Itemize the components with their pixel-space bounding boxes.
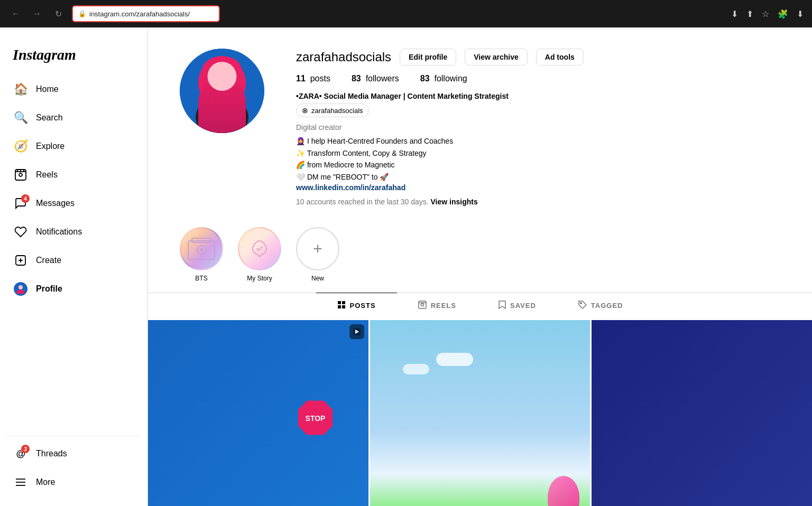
highlights-section: BTS My Story + N [148, 217, 812, 293]
profile-username: zarafahadsocials [296, 50, 391, 64]
followers-count: 83 [352, 74, 361, 83]
sidebar: Instagram 🏠 Home 🔍 Search 🧭 Explore [0, 27, 148, 506]
app-container: Instagram 🏠 Home 🔍 Search 🧭 Explore [0, 27, 812, 506]
lock-icon: 🔒 [78, 10, 86, 17]
sidebar-item-profile[interactable]: Profile [6, 276, 141, 302]
tab-tagged[interactable]: TAGGED [557, 293, 644, 318]
sidebar-item-reels[interactable]: Reels [6, 162, 141, 188]
reels-tab-icon [418, 301, 427, 311]
address-bar[interactable]: 🔒 instagram.com/zarafahadsocials/ [72, 5, 220, 22]
highlight-bts-circle [180, 227, 223, 270]
threads-badge-icon: ⊗ [302, 106, 308, 115]
sidebar-label-reels: Reels [36, 170, 58, 180]
posts-tab-label: POSTS [350, 302, 376, 310]
post-cell-3[interactable]: My Client's [592, 320, 812, 506]
svg-rect-27 [342, 305, 345, 308]
sidebar-label-search: Search [36, 113, 63, 123]
download-icon[interactable]: ⬇ [731, 9, 738, 19]
back-button[interactable]: ← [8, 6, 23, 21]
post-1-reel-icon [349, 324, 364, 339]
tabs-section: POSTS REELS SAVED [148, 293, 812, 318]
following-label: following [434, 74, 467, 83]
svg-point-29 [421, 303, 423, 306]
view-insights-link[interactable]: View insights [431, 198, 478, 206]
followers-stat[interactable]: 83 followers [352, 74, 399, 83]
profile-image [180, 49, 264, 133]
sidebar-label-messages: Messages [36, 199, 75, 208]
refresh-button[interactable]: ↻ [51, 6, 66, 21]
highlight-new-label: New [311, 275, 324, 282]
ad-tools-button[interactable]: Ad tools [536, 49, 584, 65]
search-icon: 🔍 [14, 111, 27, 125]
extensions-icon[interactable]: 🧩 [778, 9, 788, 19]
highlight-new[interactable]: + New [296, 227, 339, 282]
highlight-mystory-circle [238, 227, 281, 270]
profile-picture-wrapper [180, 49, 264, 206]
svg-point-31 [580, 303, 582, 304]
profile-picture [180, 49, 264, 133]
sidebar-item-home[interactable]: 🏠 Home [6, 76, 141, 102]
svg-point-1 [19, 173, 22, 176]
sidebar-label-notifications: Notifications [36, 227, 82, 237]
threads-badge: 3 [21, 445, 30, 453]
sidebar-nav: 🏠 Home 🔍 Search 🧭 Explore [6, 76, 141, 432]
posts-grid: 5 Mistakes STOP [148, 318, 812, 506]
posts-tab-icon [337, 301, 346, 311]
svg-point-16 [207, 65, 237, 97]
bookmark-icon[interactable]: ☆ [762, 9, 769, 19]
tagged-tab-label: TAGGED [591, 302, 623, 310]
post-cell-1[interactable]: 5 Mistakes STOP [148, 320, 368, 506]
profile-top-row: zarafahadsocials Edit profile View archi… [296, 49, 624, 65]
sidebar-item-search[interactable]: 🔍 Search [6, 105, 141, 131]
svg-rect-28 [419, 301, 426, 308]
svg-point-17 [202, 56, 242, 86]
reels-icon [14, 168, 27, 182]
svg-point-19 [209, 96, 230, 128]
sidebar-label-profile: Profile [36, 284, 62, 294]
highlight-bts[interactable]: BTS [180, 227, 223, 282]
following-stat[interactable]: 83 following [420, 74, 467, 83]
svg-text:STOP: STOP [306, 414, 326, 423]
tab-saved[interactable]: SAVED [477, 293, 557, 318]
bio-line-1: 🧕 I help Heart-Centred Founders and Coac… [296, 135, 624, 147]
sidebar-item-more[interactable]: More [6, 469, 141, 495]
tab-reels[interactable]: REELS [397, 293, 477, 318]
highlight-mystory[interactable]: My Story [238, 227, 281, 282]
reels-tab-label: REELS [431, 302, 456, 310]
sidebar-item-threads[interactable]: @ 3 Threads [6, 441, 141, 467]
threads-icon: @ 3 [14, 447, 27, 461]
sidebar-item-notifications[interactable]: Notifications [6, 219, 141, 245]
bio-line-2: ✨ Transform Content, Copy & Strategy [296, 147, 624, 159]
highlight-new-circle: + [296, 227, 339, 270]
bio-badge[interactable]: ⊗ zarafahadsocials [296, 104, 369, 117]
svg-point-18 [196, 96, 248, 133]
bio-badge-label: zarafahadsocials [311, 107, 363, 115]
post-cell-2[interactable] [370, 320, 590, 506]
view-archive-button[interactable]: View archive [465, 49, 528, 65]
instagram-logo[interactable]: Instagram [6, 38, 141, 76]
posts-count: 11 [296, 74, 306, 83]
tab-posts[interactable]: POSTS [316, 293, 397, 318]
bio-category: Digital creator [296, 121, 624, 133]
posts-stat[interactable]: 11 posts [296, 74, 330, 83]
bio-line-3: 🌈 from Mediocre to Magnetic [296, 159, 624, 171]
browser-download-icon[interactable]: ⬇ [797, 9, 804, 19]
sidebar-label-threads: Threads [36, 449, 67, 458]
sidebar-item-messages[interactable]: 4 Messages [6, 190, 141, 217]
browser-actions: ⬇ ⬆ ☆ 🧩 ⬇ [731, 9, 804, 19]
bio-link[interactable]: www.linkedin.com/in/zarafahad [296, 183, 405, 192]
profile-stats: 11 posts 83 followers 83 following [296, 74, 624, 83]
sidebar-item-explore[interactable]: 🧭 Explore [6, 133, 141, 160]
edit-profile-button[interactable]: Edit profile [400, 49, 456, 65]
sidebar-label-create: Create [36, 256, 61, 265]
svg-rect-26 [338, 305, 341, 308]
sidebar-bottom: @ 3 Threads More [6, 441, 141, 495]
home-icon: 🏠 [14, 82, 27, 96]
profile-bio: •ZARA• Social Media Manager | Content Ma… [296, 92, 624, 192]
posts-label: posts [310, 74, 330, 83]
notifications-icon [14, 225, 27, 239]
share-icon[interactable]: ⬆ [746, 9, 753, 19]
forward-button[interactable]: → [30, 6, 44, 21]
main-content: zarafahadsocials Edit profile View archi… [148, 27, 812, 506]
sidebar-item-create[interactable]: Create [6, 247, 141, 274]
